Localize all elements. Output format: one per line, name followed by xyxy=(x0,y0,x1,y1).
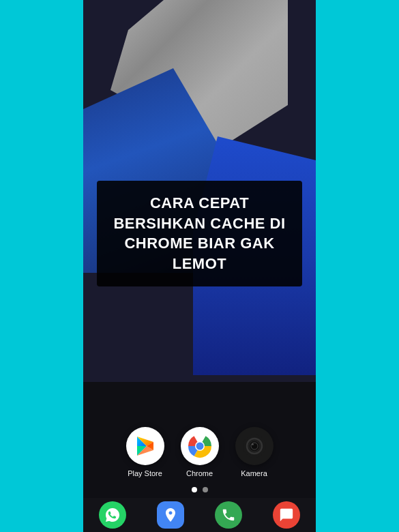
phone-frame: CARA CEPAT BERSIHKAN CACHE DI CHROME BIA… xyxy=(42,0,357,532)
dot-1 xyxy=(192,487,197,492)
article-title: CARA CEPAT BERSIHKAN CACHE DI CHROME BIA… xyxy=(108,193,291,274)
kamera-app[interactable]: Kamera xyxy=(235,427,274,477)
play-store-icon xyxy=(134,434,157,458)
chrome-icon-bg xyxy=(181,427,219,465)
svg-point-7 xyxy=(196,443,203,450)
page-dots xyxy=(83,487,316,492)
play-store-icon-bg xyxy=(126,427,164,465)
svg-point-13 xyxy=(252,443,253,445)
side-bar-left xyxy=(42,0,83,532)
screen: CARA CEPAT BERSIHKAN CACHE DI CHROME BIA… xyxy=(83,0,316,532)
whatsapp-icon[interactable] xyxy=(99,501,126,529)
phone-icon[interactable] xyxy=(215,501,242,529)
play-store-app[interactable]: Play Store xyxy=(126,427,164,477)
bottom-app-row xyxy=(83,498,316,532)
chrome-label: Chrome xyxy=(186,469,213,477)
kamera-icon-bg xyxy=(235,427,274,465)
side-bar-right xyxy=(316,0,357,532)
messages-icon[interactable] xyxy=(273,501,300,529)
chrome-app[interactable]: Chrome xyxy=(181,427,219,477)
maps-icon[interactable] xyxy=(157,501,184,529)
play-store-label: Play Store xyxy=(128,469,162,477)
chrome-icon xyxy=(187,433,213,459)
app-dock: Play Store xyxy=(83,427,316,477)
kamera-icon xyxy=(243,434,266,458)
title-box: CARA CEPAT BERSIHKAN CACHE DI CHROME BIA… xyxy=(97,181,302,286)
dot-2 xyxy=(203,487,208,492)
svg-point-12 xyxy=(251,443,258,449)
kamera-label: Kamera xyxy=(241,469,267,477)
